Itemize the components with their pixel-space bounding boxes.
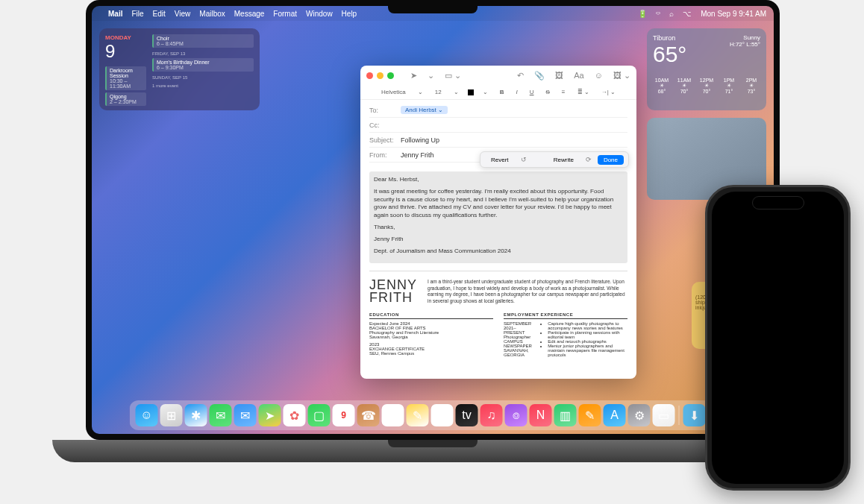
from-field[interactable]: Jenny Frith: [401, 151, 434, 159]
dynamic-island: [752, 196, 804, 210]
font-select[interactable]: Helvetica: [378, 89, 409, 95]
rewrite-button[interactable]: Rewrite: [548, 155, 580, 165]
iphone-frame: [705, 185, 851, 491]
traffic-lights: [366, 72, 394, 79]
dock-reminders[interactable]: ☰: [382, 404, 404, 426]
font-size[interactable]: 12: [432, 89, 445, 95]
color-swatch[interactable]: [468, 89, 474, 95]
header-fields-icon[interactable]: ▭ ⌄: [445, 71, 461, 81]
calendar-widget[interactable]: MONDAY 9 Darkroom Session 10:30 – 11:30A…: [99, 28, 260, 110]
chevron-down-icon[interactable]: ⌄: [428, 71, 434, 81]
cv-experience-meta: SEPTEMBER 2021–PRESENTPhotographerCAMPUS…: [504, 321, 534, 357]
bold-button[interactable]: B: [497, 89, 507, 95]
dock-appstore[interactable]: A: [604, 404, 626, 426]
close-button[interactable]: [366, 72, 373, 79]
iphone-screen[interactable]: [712, 192, 844, 484]
cv-education-heading: EDUCATION: [369, 312, 493, 319]
dock-messages[interactable]: ✉: [210, 404, 232, 426]
dock-freeform[interactable]: ✏: [431, 404, 454, 426]
control-center-icon[interactable]: ⌥: [683, 10, 692, 18]
dock-tv[interactable]: tv: [456, 404, 478, 426]
cv-name-last: FRITH: [369, 292, 417, 304]
calendar-more: 1 more event: [152, 84, 254, 88]
battery-icon[interactable]: 🔋: [638, 10, 647, 18]
dock-launchpad[interactable]: ⊞: [160, 404, 183, 426]
menu-view[interactable]: View: [175, 10, 191, 18]
strike-button[interactable]: S: [543, 89, 553, 95]
calendar-day-label: MONDAY: [105, 34, 146, 41]
macbook-bezel: Mail File Edit View Mailbox Message Form…: [86, 0, 780, 440]
format-icon[interactable]: Aa: [574, 71, 583, 81]
dock-downloads[interactable]: ⬇: [683, 404, 706, 426]
cv-bio: I am a third-year student undergraduate …: [428, 279, 627, 304]
menu-message[interactable]: Message: [234, 10, 265, 18]
writing-tools-popover: Revert ↺ Rewrite ⟳ Done: [480, 151, 629, 168]
dock-music[interactable]: ♫: [480, 404, 503, 426]
dock-facetime[interactable]: ▢: [308, 404, 331, 426]
photo-icon[interactable]: 🖼 ⌄: [613, 71, 630, 81]
menu-edit[interactable]: Edit: [153, 10, 166, 18]
attachment-preview[interactable]: JENNY FRITH I am a third-year student un…: [369, 271, 627, 356]
weather-widget[interactable]: Tiburon 65° Sunny H:72° L:55° 10AM☀68° 1…: [647, 28, 766, 110]
window-titlebar[interactable]: ➤ ⌄ ▭ ⌄ ↶ 📎 🖼 Aa ☺ 🖼 ⌄: [360, 66, 636, 85]
calendar-day-number: 9: [105, 41, 146, 62]
dock-maps[interactable]: ➤: [259, 404, 281, 426]
dock-settings[interactable]: ⚙: [628, 404, 651, 426]
reply-icon[interactable]: ↶: [517, 71, 524, 81]
to-recipient[interactable]: Andi Herbst ⌄: [401, 106, 448, 114]
macos-desktop: Mail File Edit View Mailbox Message Form…: [92, 6, 774, 434]
menu-mailbox[interactable]: Mailbox: [199, 10, 225, 18]
wifi-icon[interactable]: ⌔: [656, 10, 660, 18]
calendar-event: Choir 6 – 8:45PM: [152, 34, 254, 48]
menu-file[interactable]: File: [131, 10, 143, 18]
weather-forecast: 10AM☀68° 11AM☀70° 12PM☀70° 1PM☀71° 2PM☀7…: [653, 78, 760, 94]
dock-iphone-mirror[interactable]: ▭: [653, 404, 675, 426]
dock-podcasts[interactable]: ⌾: [505, 404, 528, 426]
calendar-divider: FRIDAY, SEP 13: [152, 51, 254, 56]
revert-button[interactable]: Revert: [485, 155, 515, 165]
cv-experience-heading: EMPLOYMENT EXPERIENCE: [504, 312, 627, 319]
mail-body[interactable]: Dear Ms. Herbst, It was great meeting fo…: [360, 166, 636, 379]
calendar-event: Mom's Birthday Dinner 6 – 9:30PM: [152, 58, 254, 72]
menu-help[interactable]: Help: [342, 10, 357, 18]
dock-mail[interactable]: ✉: [234, 404, 257, 426]
subject-label: Subject:: [369, 136, 401, 144]
dock-safari[interactable]: ✱: [185, 404, 207, 426]
dock-contacts[interactable]: ☎: [357, 404, 380, 426]
link-icon[interactable]: 🖼: [555, 71, 563, 81]
dock-numbers[interactable]: ▥: [554, 404, 577, 426]
dock-calendar[interactable]: 9: [333, 404, 355, 426]
cv-education-list: Expected June 2024BACHELOR OF FINE ARTSP…: [369, 321, 493, 356]
cc-label: Cc:: [369, 122, 401, 129]
dock-photos[interactable]: ✿: [284, 404, 306, 426]
done-button[interactable]: Done: [598, 155, 624, 165]
rewrite-icon: ⟳: [586, 156, 592, 163]
indent-button[interactable]: →| ⌄: [598, 89, 619, 95]
attach-icon[interactable]: 📎: [534, 71, 545, 81]
macbook-frame: Mail File Edit View Mailbox Message Form…: [52, 0, 813, 500]
dock-finder[interactable]: ☺: [136, 404, 158, 426]
menu-window[interactable]: Window: [306, 10, 333, 18]
send-icon[interactable]: ➤: [410, 71, 417, 81]
emoji-icon[interactable]: ☺: [595, 71, 603, 81]
underline-button[interactable]: U: [527, 89, 537, 95]
mail-compose-window: ➤ ⌄ ▭ ⌄ ↶ 📎 🖼 Aa ☺ 🖼 ⌄ Helvetica⌄ 12⌄: [360, 66, 636, 379]
to-label: To:: [369, 107, 401, 114]
spotlight-icon[interactable]: ⌕: [669, 10, 674, 18]
dock-notes[interactable]: ✎: [407, 404, 429, 426]
list-button[interactable]: ≣ ⌄: [575, 89, 592, 95]
app-menu[interactable]: Mail: [108, 10, 122, 18]
menu-format[interactable]: Format: [273, 10, 297, 18]
from-label: From:: [369, 151, 401, 159]
cv-experience-bullets: Capture high-quality photographs to acco…: [548, 321, 627, 357]
dock-news[interactable]: N: [530, 404, 552, 426]
subject-field[interactable]: Following Up: [401, 136, 439, 144]
align-button[interactable]: ≡: [559, 89, 569, 95]
calendar-event: Qigong 2 – 2:30PM: [105, 92, 146, 106]
format-bar: Helvetica⌄ 12⌄ ⌄ B I U S ≡ ≣ ⌄ →| ⌄: [360, 85, 636, 100]
minimize-button[interactable]: [377, 72, 384, 79]
fullscreen-button[interactable]: [387, 72, 394, 79]
menubar-datetime[interactable]: Mon Sep 9 9:41 AM: [701, 10, 766, 18]
italic-button[interactable]: I: [513, 89, 521, 95]
dock-pages[interactable]: ✎: [579, 404, 601, 426]
